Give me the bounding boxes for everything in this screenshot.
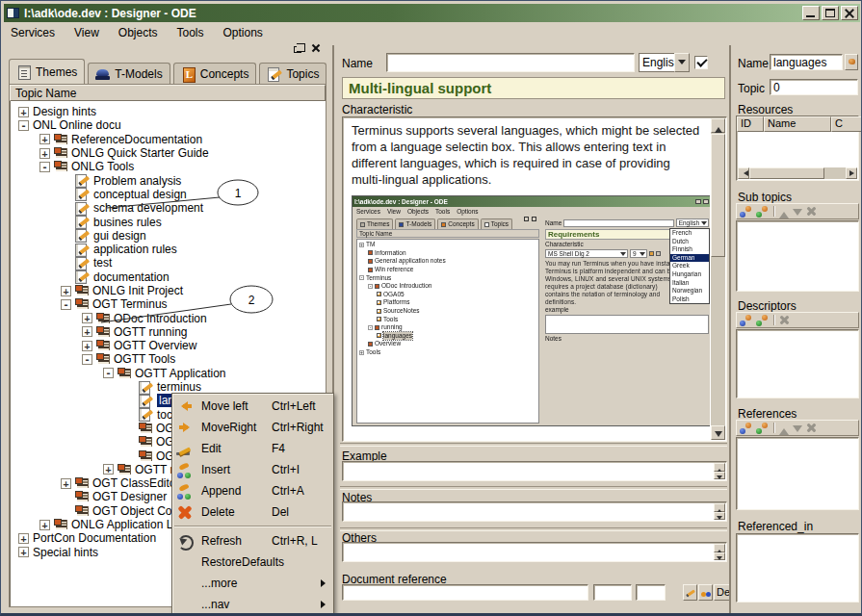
remove-icon[interactable] [806,423,817,433]
close-panel-icon[interactable] [311,43,321,53]
menu-item-moveright[interactable]: MoveRightCtrl+Right [172,417,333,438]
tree-item-onlg-init-project[interactable]: +ONLG Init Project [12,284,324,297]
tree-item-onlg-tools[interactable]: -ONLG Tools [12,160,324,173]
resources-hscrollbar[interactable] [738,167,857,179]
tree-item-conceptual-design[interactable]: conceptual design [12,188,324,201]
tree-item-odoc-introduction[interactable]: +ODoc Introduction [12,311,324,324]
scroll-left-icon[interactable] [738,167,749,179]
expand-toggle-icon[interactable]: + [39,520,50,530]
expand-toggle-icon[interactable]: + [82,326,92,337]
tree-item-problem-analysis[interactable]: Problem analysis [12,173,324,187]
tab-topics[interactable]: Topics [259,63,327,84]
expand-toggle-icon[interactable]: + [18,533,29,544]
menu-item-insert[interactable]: InsertCtrl+I [172,459,333,480]
document-reference-page-input[interactable] [594,585,631,600]
example-field[interactable] [342,461,727,481]
spin-up-icon[interactable] [714,463,725,472]
expand-toggle-icon[interactable]: + [18,107,29,117]
prop-topic-input[interactable] [771,80,857,94]
characteristic-editor[interactable]: Terminus supports several languages, whi… [342,116,727,442]
menu-services[interactable]: Services [7,25,65,41]
add-descriptor-icon[interactable] [740,315,752,326]
others-field[interactable] [342,542,727,562]
chevron-down-icon[interactable] [674,53,690,72]
tab-t-models[interactable]: T-Models [88,63,170,84]
tree-item-referencedocumentation[interactable]: +ReferenceDocumentation [12,133,324,146]
prop-name-picker-button[interactable] [845,54,858,70]
menu-item-more[interactable]: ...more [172,573,333,594]
collapse-toggle-icon[interactable]: - [61,299,71,310]
remove-icon[interactable] [779,315,790,325]
resources-column-name[interactable]: Name [764,116,831,132]
float-panel-icon[interactable] [294,46,301,53]
expand-toggle-icon[interactable]: + [82,341,92,351]
expand-toggle-icon[interactable]: + [61,478,71,489]
tree-item-ogt-terminus[interactable]: -OGT Terminus [12,297,324,311]
add-reference-icon[interactable] [740,423,752,434]
tab-concepts[interactable]: Concepts [173,63,257,84]
tree-item-onl-online-docu[interactable]: -ONL Online docu [12,118,324,132]
close-button[interactable] [841,6,858,20]
move-down-icon[interactable] [793,423,802,434]
expand-toggle-icon[interactable]: + [39,148,50,159]
spin-down-icon[interactable] [714,472,725,480]
prop-name-input[interactable] [771,55,842,69]
add-subtopic-icon[interactable] [740,206,752,218]
tree-item-ogtt-tools[interactable]: -OGTT Tools [12,352,324,366]
subtopics-list[interactable] [736,220,859,292]
notes-field[interactable] [342,501,727,522]
move-up-icon[interactable] [779,206,789,218]
referenced-in-list[interactable] [736,533,859,603]
link-reference-icon[interactable] [756,423,769,434]
resources-table[interactable]: IDNameC [736,116,859,181]
menu-view[interactable]: View [70,25,109,41]
move-up-icon[interactable] [779,423,789,434]
resources-column-c[interactable]: C [831,116,862,132]
splitter[interactable] [340,527,727,531]
tree-item-design-hints[interactable]: +Design hints [12,105,324,118]
remove-icon[interactable] [806,206,817,217]
link-descriptor-icon[interactable] [756,315,769,326]
expand-toggle-icon[interactable]: + [18,547,29,557]
title-bar[interactable]: l:\adk\ode.dev : Designer - ODE [4,4,860,22]
docref-link-button[interactable] [698,584,713,601]
scroll-thumb[interactable] [711,134,725,257]
menu-objects[interactable]: Objects [115,25,168,41]
splitter[interactable] [340,443,727,447]
minimize-button[interactable] [802,6,820,20]
expand-toggle-icon[interactable]: + [103,464,114,475]
spin-down-icon[interactable] [714,552,725,561]
menu-item-refresh[interactable]: RefreshCtrl+R, L [172,530,333,552]
language-checkbox[interactable] [694,56,708,69]
menu-item-delete[interactable]: DeleteDel [172,501,333,523]
language-select[interactable]: English [639,53,690,72]
tab-themes[interactable]: Themes [9,59,85,84]
docref-edit-button[interactable] [683,584,697,601]
resources-column-id[interactable]: ID [737,116,764,132]
collapse-toggle-icon[interactable]: - [103,368,114,378]
scroll-up-icon[interactable] [711,118,725,133]
document-reference-line-input[interactable] [637,585,665,600]
menu-item-append[interactable]: AppendCtrl+A [172,480,333,501]
tree-item-ogtt-running[interactable]: +OGTT running [12,325,324,339]
scroll-thumb[interactable] [749,167,824,179]
tree-item-ogtt-application[interactable]: -OGTT Application [12,367,324,380]
tree-item-documentation[interactable]: documentation [12,270,324,284]
tree-column-header[interactable]: Topic Name [10,85,326,101]
tree-item-application-rules[interactable]: application rules [12,243,324,256]
expand-toggle-icon[interactable]: + [82,313,92,323]
tree-item-gui-design[interactable]: gui design [12,229,324,243]
expand-toggle-icon[interactable]: + [39,134,50,144]
spin-down-icon[interactable] [714,512,725,521]
menu-item-restoredefaults[interactable]: RestoreDefaults [172,552,333,573]
spin-up-icon[interactable] [714,544,725,552]
tree-item-onlg-quick-starter-guide[interactable]: +ONLG Quick Starter Guide [12,146,324,160]
name-input[interactable] [387,54,634,71]
menu-item-nav[interactable]: ...nav [172,594,333,615]
collapse-toggle-icon[interactable]: - [18,120,29,131]
menu-item-edit[interactable]: EditF4 [172,438,333,459]
splitter[interactable] [340,486,727,490]
descriptors-list[interactable] [736,329,859,398]
move-down-icon[interactable] [793,206,802,218]
references-list[interactable] [736,437,859,510]
